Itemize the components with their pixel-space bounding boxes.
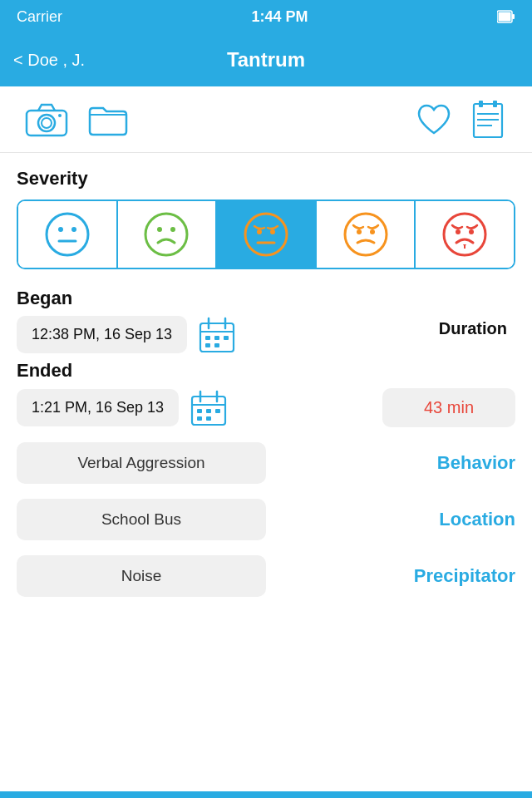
severity-level-5[interactable] [416,201,514,268]
severity-level-1[interactable] [18,201,118,268]
neutral-face-icon [44,211,91,258]
svg-point-6 [58,114,62,117]
location-row: School Bus Location [17,499,515,540]
toolbar [0,86,532,153]
duration-value[interactable]: 43 min [382,388,515,427]
svg-rect-38 [205,343,210,347]
svg-point-15 [71,227,76,232]
svg-point-26 [370,229,375,234]
svg-rect-48 [206,416,211,421]
battery-area [497,9,515,24]
svg-point-28 [456,229,461,234]
rage-face-icon [441,211,488,258]
angry-face-icon [243,211,289,258]
svg-point-24 [345,214,387,255]
severity-level-2[interactable] [118,201,218,268]
svg-point-27 [444,214,485,255]
nav-title: Tantrum [227,48,305,71]
bottom-bar [0,791,532,798]
svg-point-29 [469,229,474,234]
status-bar: Carrier 1:44 PM [0,0,532,33]
bottom-fields: Verbal Aggression Behavior School Bus Lo… [17,442,515,597]
behavior-row: Verbal Aggression Behavior [17,442,515,484]
svg-rect-45 [206,409,211,413]
svg-rect-2 [512,14,515,19]
severity-level-4[interactable] [317,201,416,268]
time-label: 1:44 PM [251,8,308,26]
severity-selector [17,200,515,269]
carrier-label: Carrier [17,8,62,26]
ended-time[interactable]: 1:21 PM, 16 Sep 13 [17,389,179,426]
nav-bar: < Doe , J. Tantrum [0,33,532,86]
very-angry-face-icon [342,211,389,258]
svg-point-22 [270,229,275,234]
svg-rect-1 [498,12,510,22]
svg-point-25 [357,229,362,234]
svg-point-17 [145,214,187,255]
ended-label: Ended [17,360,515,382]
sad-face-icon [143,211,190,258]
battery-icon [497,9,515,24]
svg-rect-11 [479,101,483,107]
ended-section: Ended 1:21 PM, 16 Sep 13 43 min [17,360,515,427]
svg-rect-39 [214,343,219,347]
duration-label: Duration [439,319,507,338]
svg-rect-36 [214,336,219,340]
svg-point-21 [257,229,262,234]
location-category[interactable]: Location [439,509,515,530]
precipitator-category[interactable]: Precipitator [414,565,515,587]
svg-point-20 [245,214,287,255]
svg-point-14 [58,227,63,232]
behavior-value[interactable]: Verbal Aggression [17,442,266,484]
heart-icon[interactable] [416,103,452,136]
behavior-category[interactable]: Behavior [437,452,515,474]
svg-point-18 [157,227,162,232]
svg-rect-37 [224,336,229,340]
main-content: Severity [0,153,532,612]
precipitator-value[interactable]: Noise [17,555,266,597]
notepad-icon[interactable] [469,101,507,139]
svg-rect-12 [493,101,497,107]
svg-rect-46 [215,409,220,413]
severity-level-3[interactable] [217,201,317,268]
camera-icon[interactable] [25,102,68,137]
svg-rect-44 [197,409,202,413]
back-button[interactable]: < Doe , J. [13,51,85,70]
began-section: Began 12:38 PM, 16 Sep 13 Duration [17,288,515,353]
folder-icon[interactable] [88,103,128,136]
location-value[interactable]: School Bus [17,499,266,540]
ended-calendar-icon[interactable] [190,390,227,426]
severity-label: Severity [17,168,515,190]
svg-point-13 [47,214,88,255]
svg-point-5 [42,118,52,128]
toolbar-left [25,102,128,137]
began-time[interactable]: 12:38 PM, 16 Sep 13 [17,316,187,353]
began-calendar-icon[interactable] [199,317,235,353]
svg-point-19 [170,227,175,232]
began-label: Began [17,288,515,309]
back-label: < Doe , J. [13,51,85,70]
svg-rect-47 [197,416,202,421]
toolbar-right [416,101,507,139]
svg-rect-35 [205,336,210,340]
precipitator-row: Noise Precipitator [17,555,515,597]
